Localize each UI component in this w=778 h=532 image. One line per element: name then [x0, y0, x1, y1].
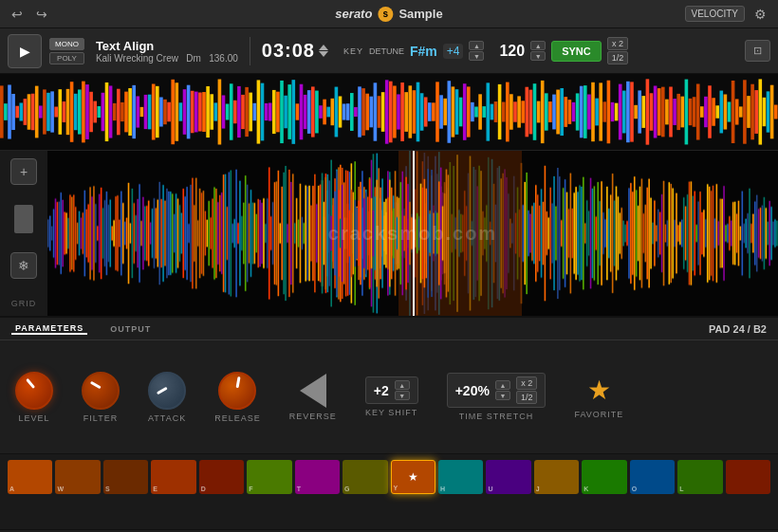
- timestretch-label: TIME STRETCH: [459, 412, 534, 421]
- bpm-down[interactable]: ▼: [530, 51, 546, 61]
- redo-button[interactable]: ↪: [32, 5, 51, 24]
- play-button[interactable]: ▶: [8, 34, 42, 68]
- timestretch-ratio: x 2 1/2: [516, 376, 538, 404]
- pad-S[interactable]: S: [103, 460, 148, 494]
- add-button[interactable]: +: [10, 158, 37, 185]
- detune-up[interactable]: ▲: [469, 41, 484, 50]
- play-icon: ▶: [20, 44, 30, 59]
- pad-D[interactable]: D: [199, 460, 244, 494]
- title-bar: ↩ ↪ serato s Sample VELOCITY ⚙: [0, 0, 778, 28]
- sync-button[interactable]: SYNC: [551, 41, 602, 62]
- title-bar-right: VELOCITY ⚙: [685, 5, 770, 24]
- keyshift-up[interactable]: ▲: [395, 380, 410, 390]
- keyshift-group: +2 ▲ ▼ KEY SHIFT: [365, 376, 418, 417]
- pad-G[interactable]: G: [343, 460, 387, 494]
- pad-letter-H: H: [440, 486, 445, 492]
- attack-label: ATTACK: [148, 413, 186, 423]
- ts-half-button[interactable]: 1/2: [516, 391, 538, 404]
- release-knob[interactable]: [218, 372, 256, 410]
- pad-letter-A: A: [9, 486, 14, 492]
- ratio-x2-button[interactable]: x 2: [607, 37, 628, 50]
- timestretch-display: +20% ▲ ▼ x 2 1/2: [447, 373, 546, 408]
- params-section: PARAMETERS OUTPUT PAD 24 / B2 LEVEL FILT…: [0, 316, 778, 453]
- playhead: [413, 151, 415, 316]
- bpm-section: 120 ▲ ▼ SYNC x 2 1/2: [499, 37, 628, 64]
- ratio-half-button[interactable]: 1/2: [607, 51, 629, 64]
- pad-grid-section: AWSEDFTGY★HUJKOL: [0, 453, 778, 529]
- attack-knob[interactable]: [148, 372, 186, 410]
- track-title: Text Align: [96, 39, 238, 53]
- favorite-button[interactable]: ★: [587, 375, 611, 406]
- pad-15[interactable]: [726, 460, 770, 494]
- pad-letter-J: J: [536, 486, 540, 492]
- pad-label: PAD 24 / B2: [709, 323, 767, 335]
- settings-button[interactable]: ❄: [10, 252, 37, 279]
- waveform-overview[interactable]: [0, 74, 778, 150]
- title-left: ↩ ↪: [8, 5, 51, 24]
- pad-letter-S: S: [105, 486, 110, 492]
- params-controls: LEVEL FILTER ATTACK RELEASE REVERSE: [0, 340, 778, 453]
- params-tabs: PARAMETERS OUTPUT PAD 24 / B2: [0, 318, 778, 340]
- bpm-value: 120: [499, 43, 525, 60]
- timestretch-group: +20% ▲ ▼ x 2 1/2 TIME STRETCH: [447, 373, 546, 421]
- pad-H[interactable]: H: [438, 460, 483, 494]
- app-product: Sample: [398, 7, 442, 21]
- settings-icon-btn[interactable]: ⚙: [750, 5, 770, 24]
- divider-1: [250, 37, 250, 65]
- track-key: Dm: [186, 53, 201, 64]
- undo-button[interactable]: ↩: [8, 5, 27, 24]
- tab-parameters[interactable]: PARAMETERS: [11, 323, 87, 335]
- pad-star-Y: ★: [408, 470, 418, 484]
- time-value: 03:08: [262, 40, 315, 62]
- pad-A[interactable]: A: [8, 460, 52, 494]
- pad-K[interactable]: K: [582, 460, 626, 494]
- pad-letter-E: E: [153, 486, 157, 492]
- pad-letter-G: G: [344, 486, 349, 492]
- track-info: Text Align Kali Wrecking Crew Dm 136.00: [96, 39, 238, 64]
- tab-output[interactable]: OUTPUT: [106, 324, 155, 334]
- pad-Y[interactable]: Y★: [391, 460, 435, 494]
- pad-T[interactable]: T: [295, 460, 340, 494]
- level-knob[interactable]: [15, 372, 53, 410]
- bpm-up[interactable]: ▲: [530, 41, 546, 50]
- pad-L[interactable]: L: [677, 460, 722, 494]
- time-display: 03:08: [262, 40, 328, 62]
- ts-x2-button[interactable]: x 2: [516, 376, 537, 390]
- keyshift-down[interactable]: ▼: [395, 391, 410, 400]
- pad-letter-T: T: [297, 486, 301, 492]
- grid-view-button[interactable]: ⊡: [745, 40, 770, 62]
- pad-F[interactable]: F: [247, 460, 291, 494]
- pad-O[interactable]: O: [630, 460, 675, 494]
- app-name: serato: [335, 7, 372, 21]
- track-artist: Kali Wrecking Crew: [96, 53, 178, 64]
- time-up-arrow[interactable]: [319, 45, 328, 50]
- filter-knob[interactable]: [82, 372, 120, 410]
- reverse-button[interactable]: REVERSE: [289, 374, 337, 421]
- transport-bar: ▶ MONO POLY Text Align Kali Wrecking Cre…: [0, 28, 778, 74]
- mono-button[interactable]: MONO: [49, 38, 84, 50]
- time-arrows: [319, 45, 328, 57]
- time-down-arrow[interactable]: [319, 51, 328, 57]
- loop-indicator: [14, 205, 33, 233]
- app-logo: s: [378, 7, 393, 22]
- grid-label: GRID: [11, 299, 37, 308]
- detune-down[interactable]: ▼: [469, 51, 484, 61]
- pad-grid: AWSEDFTGY★HUJKOL: [8, 460, 770, 525]
- poly-button[interactable]: POLY: [49, 52, 84, 64]
- timestretch-down[interactable]: ▼: [495, 391, 510, 400]
- velocity-button[interactable]: VELOCITY: [685, 6, 745, 22]
- mono-poly-group: MONO POLY: [49, 38, 84, 64]
- pad-W[interactable]: W: [55, 460, 100, 494]
- keyshift-label: KEY SHIFT: [365, 408, 417, 417]
- timestretch-stepper: ▲ ▼: [495, 380, 510, 400]
- pad-E[interactable]: E: [151, 460, 195, 494]
- main-waveform[interactable]: + ❄ GRID cracksmob.com: [0, 150, 778, 316]
- keyshift-display: +2 ▲ ▼: [365, 376, 418, 404]
- filter-label: FILTER: [83, 413, 118, 423]
- favorite-group: ★ FAVORITE: [574, 375, 623, 419]
- pad-U[interactable]: U: [486, 460, 530, 494]
- timestretch-up[interactable]: ▲: [495, 380, 510, 390]
- pad-J[interactable]: J: [534, 460, 579, 494]
- bpm-stepper: ▲ ▼: [530, 41, 546, 61]
- reverse-label: REVERSE: [289, 412, 337, 421]
